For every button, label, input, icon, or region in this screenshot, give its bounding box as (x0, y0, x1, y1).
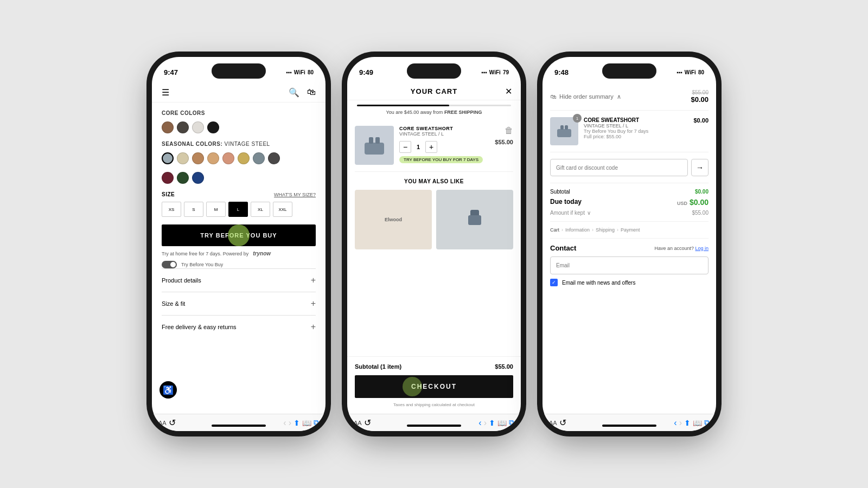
seasonal-dot-steel[interactable] (162, 152, 174, 164)
suggestion-card-1[interactable]: Elwood (355, 190, 432, 249)
try-before-button[interactable]: TRY BEFORE YOU BUY (162, 224, 316, 246)
cart-footer: Subtotal (1 item) $55.00 CHECKOUT Taxes … (347, 356, 521, 414)
color-dot-brown[interactable] (162, 121, 174, 133)
share-btn-3[interactable]: ⬆ (684, 419, 691, 427)
bookmarks-btn-3[interactable]: 📖 (693, 419, 702, 427)
qty-controls: − 1 + (399, 141, 489, 153)
seasonal-dot-rust[interactable] (192, 152, 204, 164)
forward-btn-1[interactable]: › (289, 418, 291, 428)
color-dot-black[interactable] (207, 121, 219, 133)
refresh-icon-2[interactable]: ↺ (364, 418, 371, 428)
email-input[interactable] (550, 256, 709, 274)
chevron-up-icon: ∧ (617, 93, 621, 100)
suggestion-card-2[interactable] (436, 190, 513, 249)
discount-input[interactable] (550, 159, 688, 176)
seasonal-dot-forest[interactable] (177, 172, 189, 184)
accordion-returns[interactable]: Free delivery & easy returns + (162, 315, 316, 338)
subtotal-price-3: $0.00 (695, 189, 709, 195)
trynow-toggle[interactable] (162, 261, 177, 268)
status-icons-3: ▪▪▪ WiFi 80 (676, 69, 704, 75)
size-m[interactable]: M (206, 202, 226, 217)
size-xs[interactable]: XS (162, 202, 181, 217)
login-link[interactable]: Log in (695, 246, 709, 251)
breadcrumb-cart[interactable]: Cart (550, 227, 559, 233)
menu-icon[interactable]: ☰ (162, 87, 169, 98)
aa-text-1[interactable]: AA (158, 420, 167, 426)
tabs-btn-2[interactable]: ⧉ (509, 418, 514, 427)
seasonal-dot-slate[interactable] (253, 152, 265, 164)
back-btn-1[interactable]: ‹ (283, 418, 286, 428)
seasonal-dot-charcoal[interactable] (268, 152, 280, 164)
breadcrumb-payment[interactable]: Payment (621, 227, 640, 233)
share-btn-2[interactable]: ⬆ (489, 419, 495, 427)
size-s[interactable]: S (184, 202, 203, 217)
color-dot-light[interactable] (192, 121, 204, 133)
aa-text-3[interactable]: AA (549, 420, 557, 426)
subtotal-price: $55.00 (495, 363, 513, 370)
delete-item-icon[interactable]: 🗑 (505, 126, 513, 136)
forward-btn-3[interactable]: › (679, 418, 682, 428)
search-icon[interactable]: 🔍 (289, 87, 299, 98)
tabs-btn-1[interactable]: ⧉ (314, 418, 319, 427)
contact-header: Contact Have an account? Log in (550, 244, 709, 252)
order-item-note: Try Before You Buy for 7 days (584, 129, 688, 134)
breadcrumb-shipping[interactable]: Shipping (596, 227, 615, 233)
suggestions-row: Elwood (355, 190, 513, 249)
size-xxl[interactable]: XXL (273, 202, 292, 217)
seasonal-dot-peach[interactable] (222, 152, 234, 164)
size-l[interactable]: L (228, 202, 248, 217)
share-btn-1[interactable]: ⬆ (293, 419, 300, 427)
core-colors-row (162, 121, 316, 133)
seasonal-dot-sand[interactable] (177, 152, 189, 164)
accordion-size-fit[interactable]: Size & fit + (162, 292, 316, 315)
seasonal-dot-gold[interactable] (238, 152, 250, 164)
due-today-price: $0.00 (690, 198, 709, 207)
size-section: SIZE WHAT'S MY SIZE? XS S M L XL XXL (162, 191, 316, 217)
aa-text-2[interactable]: AA (354, 420, 362, 426)
try-label: TRY BEFORE YOU BUY FOR 7 DAYS (399, 156, 483, 163)
wifi-icon-3: WiFi (685, 69, 696, 75)
qty-increase[interactable]: + (425, 141, 437, 153)
toggle-row: Try Before You Buy (162, 261, 316, 268)
signal-icon-2: ▪▪▪ (481, 69, 487, 75)
bookmarks-btn-1[interactable]: 📖 (302, 419, 311, 427)
discount-apply-button[interactable]: → (691, 159, 709, 176)
seasonal-dot-navy[interactable] (192, 172, 204, 184)
refresh-icon-3[interactable]: ↺ (559, 418, 566, 428)
order-item-info: CORE SWEATSHORT VINTAGE STEEL / L Try Be… (584, 117, 688, 139)
order-item-fullprice: Full price: $55.00 (584, 134, 688, 139)
order-summary-toggle[interactable]: 🛍 Hide order summary ∧ $55.00 $0.00 (550, 83, 709, 111)
tabs-btn-3[interactable]: ⧉ (704, 418, 710, 427)
color-dot-dark[interactable] (177, 121, 189, 133)
checkout-content: 🛍 Hide order summary ∧ $55.00 $0.00 1 (542, 83, 716, 414)
forward-btn-2[interactable]: › (484, 418, 487, 428)
back-btn-2[interactable]: ‹ (478, 418, 481, 428)
checkout-button[interactable]: CHECKOUT (355, 375, 513, 398)
accessibility-button[interactable]: ♿ (159, 381, 177, 399)
cart-close-button[interactable]: ✕ (505, 86, 512, 97)
phone-1: 9:47 ▪▪▪ WiFi 80 ☰ 🔍 🛍 CORE COLORS (152, 57, 326, 431)
svg-rect-0 (365, 143, 384, 155)
due-today-label: Due today (550, 198, 582, 207)
bag-icon[interactable]: 🛍 (307, 87, 316, 98)
accordion-product-details[interactable]: Product details + (162, 268, 316, 292)
refresh-icon-1[interactable]: ↺ (169, 418, 176, 428)
back-btn-3[interactable]: ‹ (674, 418, 676, 428)
chevron-down-icon[interactable]: ∨ (587, 210, 591, 216)
newsletter-checkbox[interactable]: ✓ (550, 279, 558, 286)
status-icons-2: ▪▪▪ WiFi 79 (481, 69, 509, 75)
seasonal-dot-tan[interactable] (207, 152, 219, 164)
phone2-screen: YOUR CART ✕ You are $45.00 away from FRE… (347, 83, 521, 431)
breadcrumb-information[interactable]: Information (565, 227, 590, 233)
home-bar-2 (407, 425, 461, 427)
taxes-note: Taxes and shipping calculated at checkou… (355, 402, 513, 407)
size-xl[interactable]: XL (251, 202, 270, 217)
checkout-badge (403, 377, 422, 396)
seasonal-dot-maroon[interactable] (162, 172, 174, 184)
qty-decrease[interactable]: − (399, 141, 411, 153)
size-guide-link[interactable]: WHAT'S MY SIZE? (274, 192, 316, 197)
order-item-variant: VINTAGE STEEL / L (584, 123, 688, 129)
bookmarks-btn-2[interactable]: 📖 (497, 419, 507, 427)
progress-fill (357, 105, 449, 106)
order-item-price: $0.00 (693, 117, 709, 124)
